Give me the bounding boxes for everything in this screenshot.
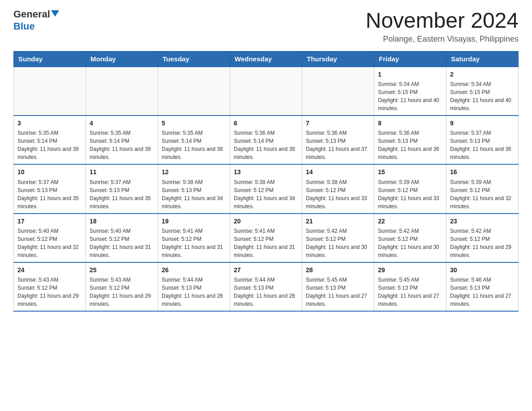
day-info: Sunrise: 5:41 AM Sunset: 5:12 PM Dayligh…: [234, 227, 298, 259]
calendar-cell: 4Sunrise: 5:35 AM Sunset: 5:14 PM Daylig…: [86, 116, 158, 164]
day-number: 29: [378, 265, 442, 274]
day-info: Sunrise: 5:38 AM Sunset: 5:12 PM Dayligh…: [306, 178, 370, 210]
calendar-cell: 14Sunrise: 5:38 AM Sunset: 5:12 PM Dayli…: [302, 164, 374, 213]
day-number: 9: [450, 119, 515, 128]
location-subtitle: Polange, Eastern Visayas, Philippines: [365, 34, 519, 44]
calendar-cell: 30Sunrise: 5:46 AM Sunset: 5:13 PM Dayli…: [446, 262, 519, 311]
calendar-week-5: 24Sunrise: 5:43 AM Sunset: 5:12 PM Dayli…: [14, 262, 519, 311]
day-info: Sunrise: 5:40 AM Sunset: 5:12 PM Dayligh…: [90, 227, 154, 259]
day-info: Sunrise: 5:43 AM Sunset: 5:12 PM Dayligh…: [90, 276, 154, 308]
day-info: Sunrise: 5:46 AM Sunset: 5:13 PM Dayligh…: [450, 276, 515, 308]
day-info: Sunrise: 5:41 AM Sunset: 5:12 PM Dayligh…: [162, 227, 226, 259]
col-saturday: Saturday: [446, 51, 519, 67]
calendar-cell: 21Sunrise: 5:42 AM Sunset: 5:12 PM Dayli…: [302, 214, 374, 262]
calendar-cell: 29Sunrise: 5:45 AM Sunset: 5:13 PM Dayli…: [374, 262, 446, 311]
day-info: Sunrise: 5:42 AM Sunset: 5:12 PM Dayligh…: [378, 227, 442, 259]
calendar-cell: 13Sunrise: 5:38 AM Sunset: 5:12 PM Dayli…: [230, 164, 302, 213]
calendar-week-2: 3Sunrise: 5:35 AM Sunset: 5:14 PM Daylig…: [14, 116, 519, 164]
title-area: November 2024 Polange, Eastern Visayas, …: [365, 9, 519, 44]
calendar-week-1: 1Sunrise: 5:34 AM Sunset: 5:15 PM Daylig…: [14, 67, 519, 116]
day-number: 22: [378, 217, 442, 226]
calendar-cell: 15Sunrise: 5:39 AM Sunset: 5:12 PM Dayli…: [374, 164, 446, 213]
calendar-cell: 23Sunrise: 5:42 AM Sunset: 5:12 PM Dayli…: [446, 214, 519, 262]
col-friday: Friday: [374, 51, 446, 67]
calendar-cell: 1Sunrise: 5:34 AM Sunset: 5:15 PM Daylig…: [374, 67, 446, 116]
calendar-cell: 12Sunrise: 5:38 AM Sunset: 5:13 PM Dayli…: [158, 164, 230, 213]
day-number: 4: [90, 119, 154, 128]
calendar-cell: 25Sunrise: 5:43 AM Sunset: 5:12 PM Dayli…: [86, 262, 158, 311]
day-info: Sunrise: 5:35 AM Sunset: 5:14 PM Dayligh…: [162, 129, 226, 161]
logo-triangle-icon: [51, 10, 59, 17]
page-header: General Blue November 2024 Polange, East…: [13, 9, 519, 44]
day-number: 23: [450, 217, 515, 226]
calendar-cell: [14, 67, 86, 116]
day-number: 1: [378, 70, 442, 79]
day-number: 10: [17, 167, 82, 176]
day-info: Sunrise: 5:38 AM Sunset: 5:13 PM Dayligh…: [162, 178, 226, 210]
day-number: 17: [17, 217, 82, 226]
day-number: 14: [306, 167, 370, 176]
col-wednesday: Wednesday: [230, 51, 302, 67]
col-monday: Monday: [86, 51, 158, 67]
day-number: 6: [234, 119, 298, 128]
day-info: Sunrise: 5:35 AM Sunset: 5:14 PM Dayligh…: [17, 129, 82, 161]
day-info: Sunrise: 5:42 AM Sunset: 5:12 PM Dayligh…: [306, 227, 370, 259]
calendar-cell: 9Sunrise: 5:37 AM Sunset: 5:13 PM Daylig…: [446, 116, 519, 164]
col-sunday: Sunday: [14, 51, 86, 67]
day-number: 5: [162, 119, 226, 128]
calendar-week-3: 10Sunrise: 5:37 AM Sunset: 5:13 PM Dayli…: [14, 164, 519, 213]
col-tuesday: Tuesday: [158, 51, 230, 67]
day-info: Sunrise: 5:45 AM Sunset: 5:13 PM Dayligh…: [378, 276, 442, 308]
day-number: 20: [234, 217, 298, 226]
day-number: 27: [234, 265, 298, 274]
day-info: Sunrise: 5:37 AM Sunset: 5:13 PM Dayligh…: [90, 178, 154, 210]
day-number: 16: [450, 167, 515, 176]
day-info: Sunrise: 5:44 AM Sunset: 5:13 PM Dayligh…: [234, 276, 298, 308]
calendar-cell: [86, 67, 158, 116]
calendar-cell: 8Sunrise: 5:36 AM Sunset: 5:13 PM Daylig…: [374, 116, 446, 164]
calendar-cell: 20Sunrise: 5:41 AM Sunset: 5:12 PM Dayli…: [230, 214, 302, 262]
day-info: Sunrise: 5:34 AM Sunset: 5:15 PM Dayligh…: [378, 80, 442, 112]
calendar-cell: 3Sunrise: 5:35 AM Sunset: 5:14 PM Daylig…: [14, 116, 86, 164]
day-info: Sunrise: 5:39 AM Sunset: 5:12 PM Dayligh…: [450, 178, 515, 210]
calendar-cell: 18Sunrise: 5:40 AM Sunset: 5:12 PM Dayli…: [86, 214, 158, 262]
day-info: Sunrise: 5:34 AM Sunset: 5:15 PM Dayligh…: [450, 80, 515, 112]
day-number: 26: [162, 265, 226, 274]
day-info: Sunrise: 5:40 AM Sunset: 5:12 PM Dayligh…: [17, 227, 82, 259]
calendar-cell: 22Sunrise: 5:42 AM Sunset: 5:12 PM Dayli…: [374, 214, 446, 262]
logo-text: General: [13, 9, 59, 20]
day-info: Sunrise: 5:43 AM Sunset: 5:12 PM Dayligh…: [17, 276, 82, 308]
calendar-week-4: 17Sunrise: 5:40 AM Sunset: 5:12 PM Dayli…: [14, 214, 519, 262]
day-number: 8: [378, 119, 442, 128]
calendar-cell: 16Sunrise: 5:39 AM Sunset: 5:12 PM Dayli…: [446, 164, 519, 213]
day-info: Sunrise: 5:44 AM Sunset: 5:13 PM Dayligh…: [162, 276, 226, 308]
day-number: 13: [234, 167, 298, 176]
day-info: Sunrise: 5:36 AM Sunset: 5:14 PM Dayligh…: [234, 129, 298, 161]
calendar-cell: 17Sunrise: 5:40 AM Sunset: 5:12 PM Dayli…: [14, 214, 86, 262]
day-info: Sunrise: 5:45 AM Sunset: 5:13 PM Dayligh…: [306, 276, 370, 308]
col-thursday: Thursday: [302, 51, 374, 67]
calendar-cell: 10Sunrise: 5:37 AM Sunset: 5:13 PM Dayli…: [14, 164, 86, 213]
calendar-cell: 11Sunrise: 5:37 AM Sunset: 5:13 PM Dayli…: [86, 164, 158, 213]
day-number: 2: [450, 70, 515, 79]
day-number: 24: [17, 265, 82, 274]
day-number: 25: [90, 265, 154, 274]
header-row: Sunday Monday Tuesday Wednesday Thursday…: [14, 51, 519, 67]
day-info: Sunrise: 5:35 AM Sunset: 5:14 PM Dayligh…: [90, 129, 154, 161]
day-info: Sunrise: 5:37 AM Sunset: 5:13 PM Dayligh…: [450, 129, 515, 161]
day-number: 21: [306, 217, 370, 226]
day-info: Sunrise: 5:39 AM Sunset: 5:12 PM Dayligh…: [378, 178, 442, 210]
calendar-cell: 5Sunrise: 5:35 AM Sunset: 5:14 PM Daylig…: [158, 116, 230, 164]
day-info: Sunrise: 5:42 AM Sunset: 5:12 PM Dayligh…: [450, 227, 515, 259]
day-number: 11: [90, 167, 154, 176]
day-number: 12: [162, 167, 226, 176]
day-info: Sunrise: 5:36 AM Sunset: 5:13 PM Dayligh…: [378, 129, 442, 161]
calendar-cell: [230, 67, 302, 116]
day-number: 18: [90, 217, 154, 226]
calendar-table: Sunday Monday Tuesday Wednesday Thursday…: [13, 51, 519, 312]
calendar-cell: [158, 67, 230, 116]
calendar-cell: [302, 67, 374, 116]
day-info: Sunrise: 5:36 AM Sunset: 5:13 PM Dayligh…: [306, 129, 370, 161]
day-number: 7: [306, 119, 370, 128]
calendar-cell: 7Sunrise: 5:36 AM Sunset: 5:13 PM Daylig…: [302, 116, 374, 164]
